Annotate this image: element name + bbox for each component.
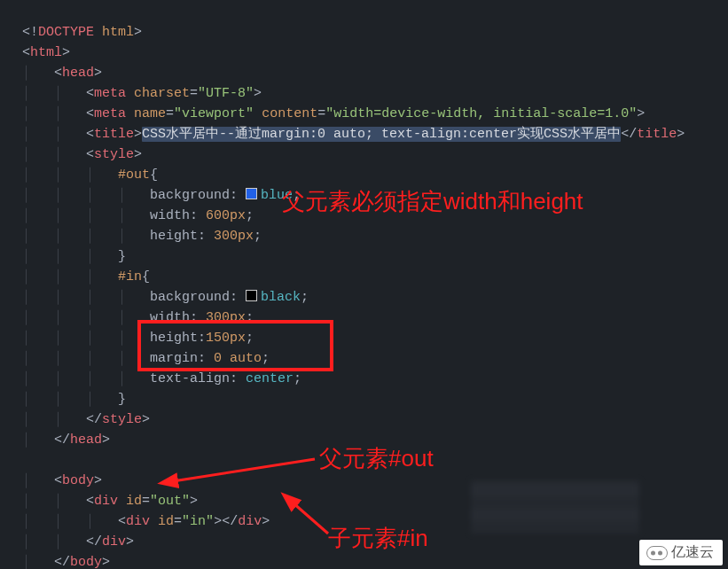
prop-bg-in: background (150, 290, 230, 305)
val-300px-h: 300px (214, 229, 254, 244)
blue-swatch (246, 188, 257, 199)
tag-html-open: html (30, 45, 62, 60)
black-swatch (246, 290, 257, 301)
doctype-val: html (102, 25, 134, 40)
tag-meta2: meta (94, 106, 126, 121)
prop-width-in: width (150, 310, 190, 325)
prop-text-align: text-align (150, 371, 230, 386)
tag-meta1: meta (94, 86, 126, 101)
tag-div-out-open: div (94, 494, 118, 509)
val-blue: blue (261, 188, 293, 203)
tag-body-close: body (70, 555, 102, 569)
tag-title-close: title (637, 127, 677, 142)
doctype-kw: DOCTYPE (38, 25, 94, 40)
val-utf8: "UTF-8" (198, 86, 254, 101)
tag-div-in-open: div (126, 514, 150, 529)
val-0: 0 (214, 351, 222, 366)
tag-head-close: head (70, 433, 102, 448)
tag-style-close: style (102, 412, 142, 427)
val-outq: "out" (150, 494, 190, 509)
sel-in: #in (118, 269, 142, 284)
attr-id-out: id (126, 494, 142, 509)
watermark-logo: 亿速云 (639, 540, 723, 565)
title-text-selection[interactable]: CSS水平居中--通过margin:0 auto; text-align:cen… (142, 127, 621, 142)
tag-div-out-close: div (102, 534, 126, 550)
attr-charset: charset (134, 86, 190, 101)
val-300px-w: 300px (206, 310, 246, 325)
prop-height-in: height (150, 331, 198, 346)
val-center: center (246, 371, 294, 386)
prop-height-out: height (150, 229, 198, 244)
val-600px: 600px (206, 208, 246, 223)
val-inq: "in" (182, 514, 214, 529)
attr-id-in: id (158, 514, 174, 529)
attr-content: content (262, 106, 317, 121)
attr-name: name (134, 106, 166, 121)
prop-bg-out: background (150, 188, 230, 203)
blurred-region (471, 480, 639, 534)
tag-body-open: body (62, 473, 94, 488)
tag-div-in-close: div (238, 514, 262, 529)
tag-title-open: title (94, 127, 134, 142)
val-black: black (261, 290, 301, 305)
tag-style-open: style (94, 147, 134, 162)
prop-margin: margin (150, 351, 198, 366)
val-content: "width=device-width, initial-scale=1.0" (325, 106, 637, 121)
val-auto: auto (230, 351, 262, 366)
val-viewport: "viewport" (174, 106, 254, 121)
val-150px: 150px (206, 331, 246, 346)
sel-out: #out (118, 168, 150, 183)
tag-head-open: head (62, 66, 94, 81)
prop-width-out: width (150, 208, 190, 223)
